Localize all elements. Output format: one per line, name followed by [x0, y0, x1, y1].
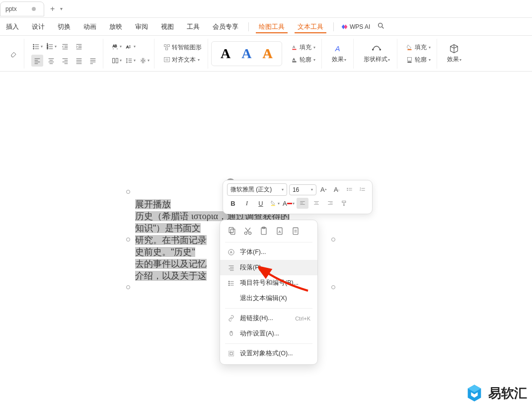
align-right-button[interactable] — [59, 55, 71, 67]
svg-text:A: A — [293, 45, 296, 49]
shape-fill-button[interactable]: 填充▾ — [404, 42, 433, 53]
menu-design[interactable]: 设计 — [29, 20, 48, 33]
resize-handle-nw[interactable] — [126, 190, 130, 194]
align-distribute-button[interactable] — [87, 55, 99, 67]
italic-button[interactable]: I — [241, 198, 253, 209]
resize-handle-e[interactable] — [331, 238, 335, 242]
style-a-blue[interactable]: A — [237, 45, 255, 63]
text-fill-button[interactable]: A填充▾ — [289, 42, 317, 53]
menu-member[interactable]: 会员专享 — [210, 20, 241, 33]
increase-indent-button[interactable] — [73, 41, 85, 53]
resize-handle-se[interactable] — [331, 285, 335, 289]
mini-numbering-button[interactable]: 12 — [357, 184, 368, 195]
shape-outline-button[interactable]: 轮廓▾ — [404, 55, 433, 65]
menu-review[interactable]: 审阅 — [132, 20, 151, 33]
mini-align-center-button[interactable] — [310, 198, 322, 209]
numbering-button[interactable]: 123▾ — [45, 41, 57, 53]
bold-button[interactable]: B — [227, 198, 239, 209]
context-action[interactable]: 动作设置(A)... — [220, 326, 317, 341]
svg-point-62 — [372, 49, 374, 51]
menu-tools[interactable]: 工具 — [184, 20, 203, 33]
decrease-font-button[interactable]: A- — [331, 184, 342, 195]
cut-icon — [243, 226, 253, 236]
context-paragraph[interactable]: 段落(P)... — [220, 260, 317, 275]
context-hyperlink[interactable]: 超链接(H)... Ctrl+K — [220, 311, 317, 326]
font-size-select[interactable]: 16▾ — [289, 184, 316, 195]
svg-rect-85 — [342, 201, 346, 203]
align-justify-button[interactable] — [73, 55, 85, 67]
context-exit-edit[interactable]: 退出文本编辑(X) — [220, 291, 317, 306]
menu-drawing-tools[interactable]: 绘图工具 — [256, 20, 288, 33]
menu-animation[interactable]: 动画 — [80, 20, 99, 33]
font-icon: A — [227, 248, 235, 256]
align-justify-icon — [75, 57, 83, 65]
underline-button[interactable]: U — [255, 198, 267, 209]
eraser-button[interactable] — [8, 48, 20, 60]
align-center-button[interactable] — [45, 55, 57, 67]
svg-rect-87 — [231, 229, 235, 235]
context-format-object[interactable]: 设置对象格式(O)... — [220, 346, 317, 361]
paste-special-button[interactable] — [291, 226, 301, 236]
paste-button[interactable] — [259, 226, 269, 236]
increase-font-button[interactable]: A+ — [318, 184, 329, 195]
mini-align-right-button[interactable] — [324, 198, 336, 209]
link-icon — [227, 315, 235, 323]
style-a-black[interactable]: A — [217, 45, 234, 63]
text-outline-button[interactable]: A轮廓▾ — [289, 55, 317, 65]
svg-rect-58 — [292, 49, 296, 50]
menu-view[interactable]: 视图 — [158, 20, 177, 33]
svg-rect-54 — [164, 57, 170, 62]
font-size-tool-button[interactable]: A▾ — [124, 41, 136, 53]
cube-icon — [449, 43, 459, 54]
smart-shape-button[interactable]: 转智能图形 — [161, 42, 204, 53]
new-tab-button[interactable]: + — [46, 2, 59, 15]
resize-handle-w[interactable] — [126, 238, 130, 242]
align-left-button[interactable] — [31, 55, 43, 67]
context-bullets[interactable]: 项目符号和编号(B)... — [220, 275, 317, 291]
context-bullets-label: 项目符号和编号(B)... — [240, 279, 299, 287]
shape-style-button[interactable]: 形状样式▾ — [361, 41, 393, 66]
context-paragraph-label: 段落(P)... — [240, 263, 266, 272]
mouse-icon — [227, 330, 235, 338]
font-family-select[interactable]: 微软雅黑 (正文)▾ — [227, 183, 287, 196]
style-a-orange[interactable]: A — [258, 45, 276, 63]
paste-text-icon: A — [275, 226, 285, 236]
menu-transition[interactable]: 切换 — [55, 20, 74, 33]
text-direction-button[interactable]: AB▾ — [110, 41, 122, 53]
menu-insert[interactable]: 插入 — [3, 20, 22, 33]
wps-ai-label: WPS AI — [350, 23, 370, 30]
mini-bullets-button[interactable] — [344, 184, 355, 195]
svg-point-67 — [347, 188, 348, 189]
paste-text-button[interactable]: A — [275, 226, 285, 236]
svg-line-1 — [382, 27, 383, 28]
svg-rect-45 — [116, 58, 118, 63]
decrease-indent-button[interactable] — [59, 41, 71, 53]
text-effect-button[interactable]: A 效果▾ — [329, 41, 349, 66]
svg-text:A: A — [335, 45, 340, 53]
line-spacing-button[interactable]: ▾ — [124, 55, 136, 67]
search-button[interactable] — [377, 22, 385, 31]
mini-align-right-icon — [327, 200, 334, 207]
cut-button[interactable] — [243, 226, 253, 236]
format-painter-button[interactable] — [338, 198, 350, 209]
highlight-button[interactable]: ▾ — [269, 198, 281, 209]
text-effect-label: 效果 — [332, 56, 344, 63]
resize-handle-sw[interactable] — [126, 285, 130, 289]
menu-separator — [333, 22, 334, 31]
watermark: 易软汇 — [464, 383, 527, 403]
copy-button[interactable] — [227, 226, 237, 236]
menu-slideshow[interactable]: 放映 — [106, 20, 125, 33]
bullets-button[interactable]: ▾ — [31, 41, 43, 53]
font-color-button[interactable]: A▾ — [283, 198, 295, 209]
menu-text-tools[interactable]: 文本工具 — [295, 20, 326, 33]
svg-point-107 — [228, 285, 229, 286]
document-tab[interactable]: pptx — [0, 1, 44, 16]
shape-effect-button[interactable]: 效果▾ — [444, 41, 464, 66]
align-text-button[interactable]: 对齐文本▾ — [161, 55, 204, 65]
vertical-align-button[interactable]: ▾ — [138, 55, 150, 67]
context-font[interactable]: A 字体(F)... — [220, 245, 317, 260]
mini-align-left-button[interactable] — [297, 198, 308, 209]
new-tab-dropdown[interactable]: ▾ — [60, 6, 63, 11]
columns-button[interactable]: ▾ — [110, 55, 122, 67]
wps-ai-button[interactable]: WPS AI — [341, 23, 370, 30]
